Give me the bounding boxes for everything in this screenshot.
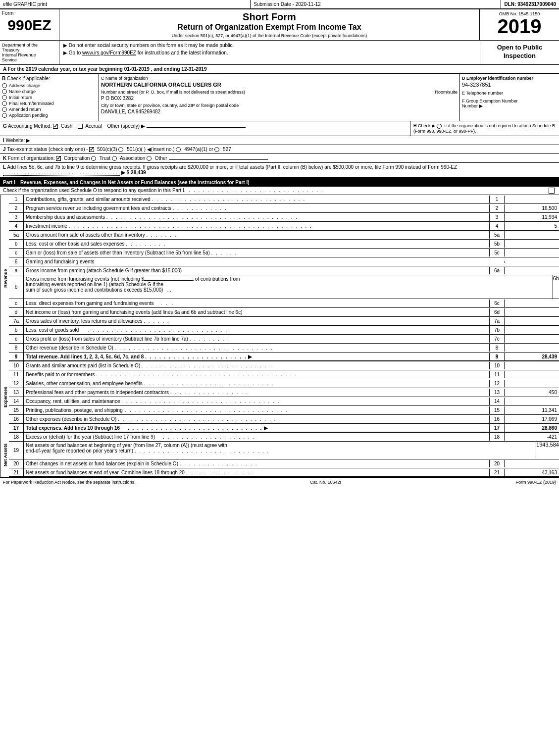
revenue-section: Revenue 1 Contributions, gifts, grants, … <box>0 195 559 361</box>
radio-name-change[interactable] <box>2 89 7 94</box>
label-name-change: Name charge <box>9 89 36 94</box>
line-5c: c Gain or (loss) from sale of assets oth… <box>9 249 559 257</box>
line-6b-num: b <box>9 275 24 299</box>
k-other-radio[interactable] <box>147 156 152 161</box>
line-6c: c Less: direct expenses from gaming and … <box>9 299 559 308</box>
net-assets-label: Net Assets <box>0 433 9 477</box>
address-label: Number and street (or P. O. box, if mail… <box>101 90 430 95</box>
part1-check-text: Check if the organization used Schedule … <box>3 188 184 194</box>
section-i: I Website: ▶ <box>0 136 559 145</box>
line-12-amount <box>505 383 559 385</box>
section-i-text: Website: ▶ <box>6 138 31 143</box>
city-row: City or town, state or province, country… <box>101 103 457 114</box>
dept-instructions: ▶ Do not enter social security numbers o… <box>59 41 480 64</box>
k-other-line[interactable] <box>169 159 268 160</box>
line-6-desc: Gaming and fundraising events <box>24 258 490 265</box>
line-6d-desc: Net income or (loss) from gaming and fun… <box>24 308 490 316</box>
phone-label: E Telephone number <box>462 91 557 96</box>
line-12: 12 Salaries, other compensation, and emp… <box>9 379 559 388</box>
ein-value: 94-3237851 <box>462 82 557 88</box>
line-13-amount: 450 <box>505 389 559 396</box>
line-19-box: 19 <box>536 442 542 459</box>
form-990ez: 990EZ <box>0 17 59 34</box>
section-k-text: Form of organization: Corporation Trust … <box>8 155 268 161</box>
accrual-label: Accrual <box>85 123 102 129</box>
radio-final-return[interactable] <box>2 101 7 106</box>
line-11-num: 11 <box>9 370 24 379</box>
group-exemption-label: F Group Exemption Number Number ▶ <box>462 99 557 108</box>
line-7c-amount <box>505 338 559 340</box>
line-2-box: 2 <box>490 204 505 212</box>
line-6-amount <box>505 261 559 263</box>
section-b: B Check if applicable: Address charge Na… <box>0 74 559 121</box>
line-20-num: 20 <box>9 459 24 468</box>
short-form-title: Short Form <box>61 11 477 23</box>
radio-amended-return[interactable] <box>2 107 7 112</box>
section-h-label: H <box>413 123 417 128</box>
h-radio[interactable] <box>437 124 442 129</box>
radio-application-pending[interactable] <box>2 113 7 118</box>
dept-section: Department of the Treasury Internal Reve… <box>0 41 559 65</box>
line-6d-box: 6d <box>490 308 505 316</box>
part1-subtitle-text: (see the instructions for Part I) <box>178 180 250 185</box>
city-label: City or town, state or province, country… <box>101 103 457 108</box>
line-16-num: 16 <box>9 415 24 423</box>
line-10-desc: Grants and similar amounts paid (list in… <box>24 362 490 369</box>
line-7c-box: 7c <box>490 335 505 343</box>
line-8-num: 8 <box>9 344 24 352</box>
line-7a-amount <box>505 320 559 322</box>
line-6d-amount <box>505 311 559 313</box>
section-b-right: D Employer identification number 94-3237… <box>460 74 559 121</box>
k-trust-radio[interactable] <box>91 156 96 161</box>
line-11-desc: Benefits paid to or for members . . . . … <box>24 371 490 378</box>
line-5c-amount <box>505 252 559 254</box>
line-14-desc: Occupancy, rent, utilities, and maintena… <box>24 398 490 405</box>
part1-title: Revenue, Expenses, and Changes in Net As… <box>20 180 250 185</box>
line-2: 2 Program service revenue including gove… <box>9 204 559 213</box>
line-7c: c Gross profit or (loss) from sales of i… <box>9 335 559 344</box>
line-6a-box: 6a <box>490 267 505 274</box>
k-assoc-radio[interactable] <box>112 156 117 161</box>
line-9-box: 9 <box>490 353 505 360</box>
line-5b-box: 5b <box>490 240 505 248</box>
line-5b-amount <box>505 243 559 245</box>
line-6c-num: c <box>9 299 24 307</box>
line-15-amount: 11,341 <box>505 406 559 414</box>
line-9-num: 9 <box>9 353 24 360</box>
ein-label: D Employer identification number <box>462 76 557 81</box>
check-name-change: Name charge <box>2 89 97 94</box>
line-10-amount <box>505 365 559 367</box>
footer-left: For Paperwork Reduction Act Notice, see … <box>3 480 136 485</box>
line-3-amount: 11,934 <box>505 213 559 221</box>
expenses-section: Expenses 10 Grants and similar amounts p… <box>0 361 559 433</box>
j-501c-radio[interactable] <box>118 147 123 152</box>
line-21-amount: 43,163 <box>505 469 559 476</box>
submission-text: Submission Date - 2020-11-12 <box>254 1 321 7</box>
line-6a-amount <box>505 270 559 272</box>
section-a: A For the 2019 calendar year, or tax yea… <box>0 65 559 74</box>
line-4-desc: Investment income . . . . . . . . . . . … <box>24 222 490 230</box>
line-8: 8 Other revenue (describe in Schedule O)… <box>9 344 559 353</box>
k-corp-checkbox[interactable] <box>56 156 61 161</box>
expenses-lines: 10 Grants and similar amounts paid (list… <box>9 361 559 433</box>
radio-initial-return[interactable] <box>2 95 7 100</box>
part1-schedule-o-checkbox[interactable] <box>549 188 555 194</box>
label-initial-return: Initial return <box>9 95 32 100</box>
j-501c3-checkbox[interactable] <box>89 147 94 152</box>
radio-address-change[interactable] <box>2 83 7 88</box>
section-i-label: I <box>3 138 4 143</box>
cash-checkbox[interactable] <box>53 124 58 129</box>
line-7b-num: b <box>9 326 24 334</box>
j-527-radio[interactable] <box>214 147 219 152</box>
line-16-amount: 17,069 <box>505 415 559 423</box>
line-4-box: 4 <box>490 222 505 230</box>
line-7c-num: c <box>9 335 24 343</box>
line-6a-num: a <box>9 266 24 275</box>
accrual-checkbox[interactable] <box>78 124 83 129</box>
line-1: 1 Contributions, gifts, grants, and simi… <box>9 195 559 204</box>
cash-label: Cash <box>61 123 72 129</box>
other-specify-line[interactable] <box>147 127 246 128</box>
line-10-num: 10 <box>9 361 24 370</box>
line-12-num: 12 <box>9 379 24 388</box>
j-4947-radio[interactable] <box>176 147 181 152</box>
